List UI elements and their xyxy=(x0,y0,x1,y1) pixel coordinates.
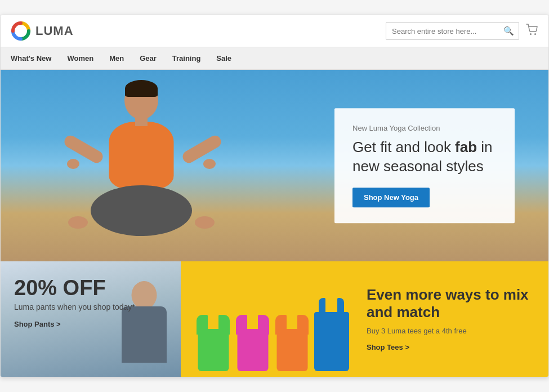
nav-item-gear[interactable]: Gear xyxy=(132,47,164,69)
discount-text-area: 20% OFF Luma pants when you shop today* … xyxy=(14,277,167,329)
header-search: 🔍 xyxy=(386,22,538,40)
nav-item-sale[interactable]: Sale xyxy=(208,47,239,69)
nav-item-men[interactable]: Men xyxy=(101,47,132,69)
svg-point-1 xyxy=(530,33,532,35)
hero-subtitle: New Luma Yoga Collection xyxy=(352,124,497,132)
header: LUMA 🔍 xyxy=(1,15,548,47)
mix-match-text-area: Even more ways to mix and match Buy 3 Lu… xyxy=(350,273,548,366)
discount-description: Luma pants when you shop today* xyxy=(14,302,167,313)
nav-item-training[interactable]: Training xyxy=(164,47,209,69)
tshirts-area xyxy=(181,261,350,377)
shop-new-yoga-button[interactable]: Shop New Yoga xyxy=(352,188,430,207)
nav-item-whats-new[interactable]: What's New xyxy=(11,47,59,69)
shop-tees-link[interactable]: Shop Tees > xyxy=(367,343,409,351)
mix-match-description: Buy 3 Luma tees get a 4th free xyxy=(367,327,537,335)
hero-title: Get fit and look fab in new seasonal sty… xyxy=(352,138,497,176)
cart-button[interactable] xyxy=(526,24,538,39)
shop-pants-link[interactable]: Shop Pants > xyxy=(14,320,61,328)
mix-match-banner: Even more ways to mix and match Buy 3 Lu… xyxy=(181,261,548,377)
discount-banner: 20% OFF Luma pants when you shop today* … xyxy=(1,261,181,377)
search-box: 🔍 xyxy=(386,22,519,40)
tshirt-green xyxy=(192,315,234,371)
discount-amount: 20% OFF xyxy=(14,277,167,299)
yoga-figure xyxy=(57,75,226,261)
hero-promo-card: New Luma Yoga Collection Get fit and loo… xyxy=(334,108,515,223)
navigation: What's New Women Men Gear Training Sale xyxy=(1,47,548,70)
mix-match-title: Even more ways to mix and match xyxy=(367,286,537,321)
search-input[interactable] xyxy=(386,24,499,39)
logo-area: LUMA xyxy=(11,21,74,41)
bottom-banners: 20% OFF Luma pants when you shop today* … xyxy=(1,261,548,377)
search-button[interactable]: 🔍 xyxy=(499,23,519,39)
page-wrapper: LUMA 🔍 What's New Women Men Gear Trainin… xyxy=(0,15,549,377)
hero-banner: New Luma Yoga Collection Get fit and loo… xyxy=(1,70,548,261)
tanktop-blue xyxy=(310,298,352,371)
tshirt-orange xyxy=(271,315,313,371)
tshirt-pink xyxy=(231,315,274,371)
svg-point-2 xyxy=(534,33,536,35)
site-name: LUMA xyxy=(35,24,74,38)
cart-icon xyxy=(526,24,538,36)
nav-item-women[interactable]: Women xyxy=(59,47,101,69)
luma-logo-icon xyxy=(11,21,31,41)
